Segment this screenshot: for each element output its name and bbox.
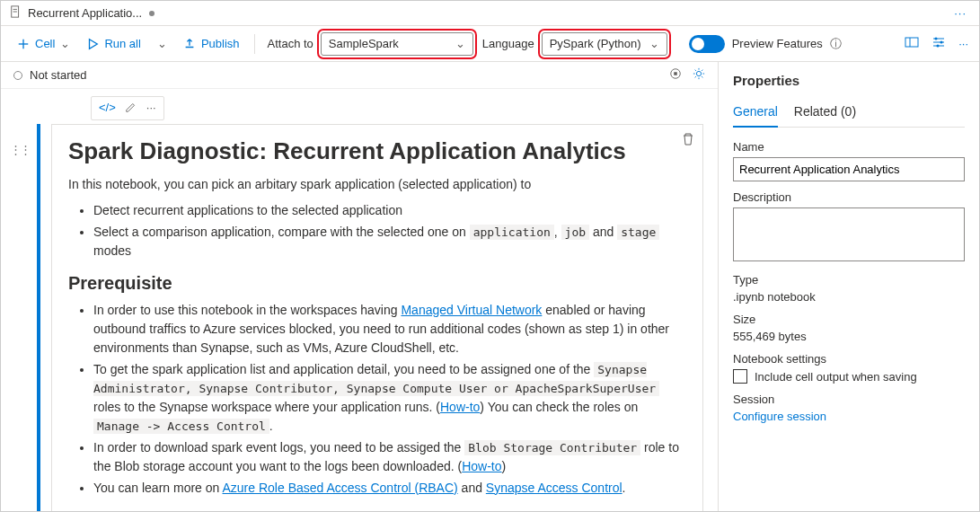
howto-link-1[interactable]: How-to <box>440 400 480 414</box>
tab-related[interactable]: Related (0) <box>794 99 856 127</box>
add-cell-button[interactable]: Cell ⌄ <box>12 33 75 54</box>
doc-heading: Spark Diagnostic: Recurrent Application … <box>68 137 686 165</box>
chevron-down-icon: ⌄ <box>455 37 465 50</box>
notebook-file-icon <box>10 5 22 21</box>
attach-to-value: SampleSpark <box>329 37 399 50</box>
attach-to-select[interactable]: SampleSpark ⌄ <box>321 32 473 56</box>
preview-features-toggle[interactable] <box>689 35 725 53</box>
rbac-link[interactable]: Azure Role Based Access Control (RBAC) <box>222 481 457 495</box>
prereq-heading: Prerequisite <box>68 273 686 294</box>
variables-icon[interactable] <box>905 35 919 52</box>
language-value: PySpark (Python) <box>550 37 641 50</box>
session-settings-icon[interactable] <box>693 67 705 83</box>
status-dot-icon <box>13 71 22 80</box>
bullet-1: Detect recurrent applications to the sel… <box>93 201 686 220</box>
prereq-1: In order to use this notebook in the wor… <box>93 301 686 358</box>
description-input[interactable] <box>733 207 965 261</box>
status-text: Not started <box>30 68 87 82</box>
properties-heading: Properties <box>733 73 965 88</box>
svg-point-11 <box>935 38 938 40</box>
tab-more-icon[interactable]: ··· <box>950 3 970 23</box>
svg-rect-15 <box>674 72 677 75</box>
svg-point-13 <box>937 45 940 48</box>
publish-button[interactable]: Publish <box>178 33 245 54</box>
description-label: Description <box>733 190 965 204</box>
howto-link-2[interactable]: How-to <box>462 459 501 473</box>
publish-label: Publish <box>201 37 240 50</box>
bullet-2: Select a comparison application, compare… <box>93 223 686 260</box>
delete-cell-icon[interactable] <box>681 132 695 149</box>
cell-more-icon[interactable]: ··· <box>146 101 156 116</box>
cell-mini-toolbar: </> ··· <box>91 96 164 120</box>
tab-general[interactable]: General <box>733 99 778 128</box>
chevron-down-icon: ⌄ <box>649 37 659 50</box>
run-all-label: Run all <box>104 37 140 50</box>
configure-session-link[interactable]: Configure session <box>733 410 826 423</box>
more-icon[interactable]: ··· <box>958 37 968 50</box>
code-view-icon[interactable]: </> <box>99 101 116 116</box>
attach-to-label: Attach to <box>264 37 315 50</box>
svg-rect-6 <box>905 38 918 47</box>
add-cell-label: Cell <box>35 37 55 50</box>
prereq-2: To get the spark application list and ap… <box>93 360 686 436</box>
language-select[interactable]: PySpark (Python) ⌄ <box>542 32 667 56</box>
size-value: 555,469 bytes <box>733 330 965 343</box>
type-label: Type <box>733 273 965 287</box>
stop-session-icon[interactable] <box>669 67 682 83</box>
svg-marker-5 <box>90 39 98 49</box>
chevron-down-icon: ⌄ <box>60 37 70 50</box>
size-label: Size <box>733 313 965 326</box>
run-all-dropdown[interactable]: ⌄ <box>152 33 172 54</box>
language-label: Language <box>479 37 536 50</box>
edit-icon[interactable] <box>125 101 137 116</box>
type-value: .ipynb notebook <box>733 290 965 304</box>
preview-features-label: Preview Features <box>732 37 823 50</box>
markdown-cell[interactable]: Spark Diagnostic: Recurrent Application … <box>51 124 703 511</box>
svg-point-16 <box>696 71 701 75</box>
run-all-button[interactable]: Run all <box>81 33 146 54</box>
managed-vnet-link[interactable]: Managed Virtual Network <box>401 303 542 317</box>
prereq-3: In order to download spark event logs, y… <box>93 438 686 476</box>
name-label: Name <box>733 140 965 154</box>
include-output-checkbox[interactable] <box>733 369 747 384</box>
properties-panel: Properties General Related (0) Name Desc… <box>719 62 979 511</box>
name-input[interactable] <box>733 157 965 181</box>
synapse-ac-link[interactable]: Synapse Access Control <box>486 481 622 495</box>
settings-panel-icon[interactable] <box>931 35 946 52</box>
notebook-settings-label: Notebook settings <box>733 352 965 366</box>
doc-intro: In this notebook, you can pick an arbita… <box>68 176 686 194</box>
prereq-4: You can learn more on Azure Role Based A… <box>93 479 686 498</box>
drag-handle-icon[interactable]: ⋮⋮ <box>10 143 30 156</box>
include-output-label: Include cell output when saving <box>755 370 917 384</box>
cell-active-bar <box>37 124 40 511</box>
tab-title: Recurrent Applicatio... <box>28 6 142 20</box>
unsaved-indicator-icon <box>149 11 155 16</box>
session-label: Session <box>733 393 965 406</box>
svg-point-12 <box>940 41 943 44</box>
info-icon[interactable]: ⓘ <box>830 36 842 52</box>
